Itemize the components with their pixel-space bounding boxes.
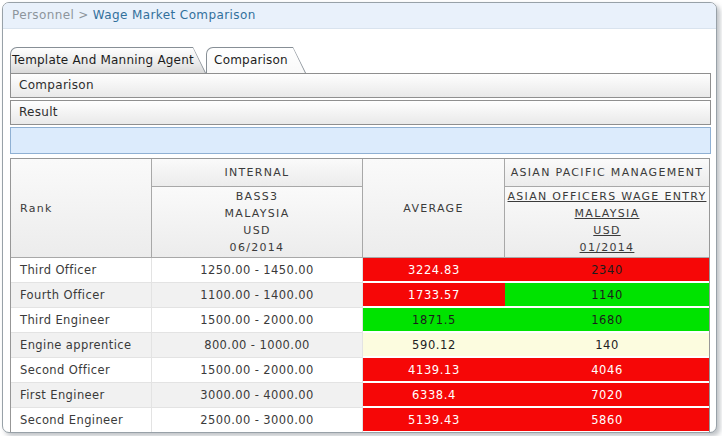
column-group-asian-pacific-management: ASIAN PACIFIC MANAGEMENT bbox=[505, 159, 709, 187]
average-cell: 1733.57 bbox=[363, 283, 505, 308]
section-header-label: Result bbox=[19, 105, 58, 119]
app-window: Personnel>Wage Market Comparison Templat… bbox=[2, 2, 717, 433]
average-cell: 4139.13 bbox=[363, 358, 505, 383]
column-group-internal: INTERNAL bbox=[152, 159, 363, 187]
section-header-comparison[interactable]: Comparison bbox=[10, 73, 711, 98]
rank-cell: Third Officer bbox=[11, 258, 152, 283]
internal-range-cell: 800.00 - 1000.00 bbox=[152, 333, 363, 358]
average-cell: 1871.5 bbox=[363, 308, 505, 333]
external-wage-cell: 140 bbox=[505, 333, 709, 358]
internal-range-cell: 1250.00 - 1450.00 bbox=[152, 258, 363, 283]
average-cell: 5139.43 bbox=[363, 408, 505, 433]
tab-label: Template And Manning Agent bbox=[10, 47, 206, 73]
internal-range-cell: 1500.00 - 2000.00 bbox=[152, 358, 363, 383]
external-wage-entry-name: ASIAN OFFICERS WAGE ENTRY bbox=[508, 188, 707, 205]
breadcrumb-separator: > bbox=[74, 8, 92, 22]
internal-range-cell: 3000.00 - 4000.00 bbox=[152, 383, 363, 408]
internal-template-name: BASS3 bbox=[236, 188, 279, 205]
page-title: Wage Market Comparison bbox=[93, 8, 256, 22]
column-header-external-details: ASIAN OFFICERS WAGE ENTRY MALAYSIA USD 0… bbox=[505, 187, 709, 258]
external-wage-entry-link[interactable]: ASIAN OFFICERS WAGE ENTRY MALAYSIA USD 0… bbox=[508, 188, 707, 256]
external-wage-cell: 4046 bbox=[505, 358, 709, 383]
breadcrumb: Personnel>Wage Market Comparison bbox=[3, 3, 716, 29]
column-header-rank: Rank bbox=[11, 159, 152, 258]
wage-comparison-table: Rank INTERNAL BASS3 MALAYSIA USD 06/2014… bbox=[10, 158, 710, 433]
external-wage-cell: 2340 bbox=[505, 258, 709, 283]
average-cell: 6338.4 bbox=[363, 383, 505, 408]
tab-template-and-manning-agent[interactable]: Template And Manning Agent bbox=[10, 47, 206, 73]
tab-label: Comparison bbox=[206, 47, 306, 73]
external-wage-cell: 5860 bbox=[505, 408, 709, 433]
internal-country: MALAYSIA bbox=[225, 205, 290, 222]
internal-currency: USD bbox=[243, 222, 270, 239]
rank-cell: First Engineer bbox=[11, 383, 152, 408]
external-country: MALAYSIA bbox=[508, 205, 707, 222]
rank-cell: Engine apprentice bbox=[11, 333, 152, 358]
column-header-average: AVERAGE bbox=[363, 159, 505, 258]
rank-cell: Third Engineer bbox=[11, 308, 152, 333]
internal-range-cell: 1500.00 - 2000.00 bbox=[152, 308, 363, 333]
column-header-internal-details: BASS3 MALAYSIA USD 06/2014 bbox=[152, 187, 363, 258]
rank-cell: Fourth Officer bbox=[11, 283, 152, 308]
section-header-label: Comparison bbox=[19, 78, 94, 92]
internal-range-cell: 1100.00 - 1400.00 bbox=[152, 283, 363, 308]
result-toolbar-strip bbox=[10, 127, 711, 154]
external-period: 01/2014 bbox=[508, 239, 707, 256]
internal-period: 06/2014 bbox=[230, 239, 285, 256]
rank-cell: Second Officer bbox=[11, 358, 152, 383]
external-wage-cell: 1680 bbox=[505, 308, 709, 333]
rank-cell: Second Engineer bbox=[11, 408, 152, 433]
section-header-result[interactable]: Result bbox=[10, 100, 711, 125]
average-cell: 3224.83 bbox=[363, 258, 505, 283]
internal-range-cell: 2500.00 - 3000.00 bbox=[152, 408, 363, 433]
tab-bar: Template And Manning Agent Comparison bbox=[10, 47, 306, 73]
tab-comparison[interactable]: Comparison bbox=[206, 47, 306, 73]
breadcrumb-section[interactable]: Personnel bbox=[12, 8, 74, 22]
external-wage-cell: 7020 bbox=[505, 383, 709, 408]
external-wage-cell: 1140 bbox=[505, 283, 709, 308]
average-cell: 590.12 bbox=[363, 333, 505, 358]
external-currency: USD bbox=[508, 222, 707, 239]
